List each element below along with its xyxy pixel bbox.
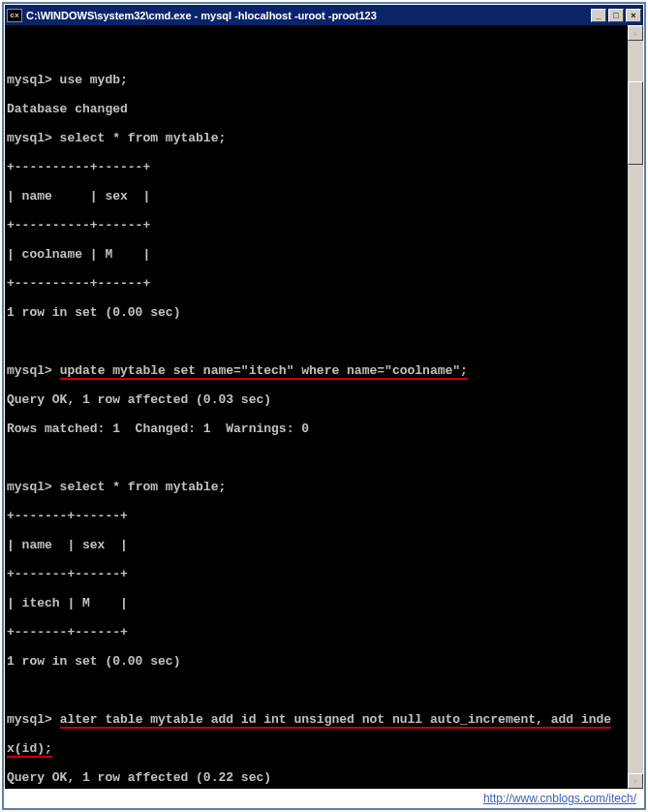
output-line: Rows matched: 1 Changed: 1 Warnings: 0 — [7, 422, 624, 436]
output-line — [7, 683, 624, 698]
vertical-scrollbar[interactable]: ▲ ▼ — [628, 25, 643, 789]
watermark-link[interactable]: http://www.cnblogs.com/itech/ — [483, 792, 636, 805]
scroll-up-button[interactable]: ▲ — [628, 25, 643, 41]
table-border: +-------+------+ — [7, 567, 624, 581]
terminal-area[interactable]: ▲ ▼ mysql> use mydb; Database changed my… — [5, 25, 643, 789]
close-button[interactable]: × — [626, 9, 641, 22]
output-line: Query OK, 1 row affected (0.03 sec) — [7, 392, 624, 407]
output-line: Query OK, 1 row affected (0.22 sec) — [7, 770, 624, 785]
output-line — [7, 44, 624, 58]
highlighted-command: update mytable set name="itech" where na… — [60, 363, 468, 380]
scroll-down-button[interactable]: ▼ — [628, 773, 643, 789]
highlighted-command: x(id); — [7, 741, 52, 758]
output-line: mysql> alter table mytable add id int un… — [7, 712, 624, 727]
table-row: | coolname | M | — [7, 247, 624, 262]
output-line: mysql> select * from mytable; — [7, 480, 624, 494]
minimize-button[interactable]: _ — [591, 9, 606, 22]
output-line — [7, 451, 624, 465]
output-line: x(id); — [7, 741, 624, 756]
table-border: +-------+------+ — [7, 509, 624, 523]
cmd-window: cx C:\WINDOWS\system32\cmd.exe - mysql -… — [5, 5, 643, 789]
scroll-thumb[interactable] — [628, 81, 643, 165]
output-line: 1 row in set (0.00 sec) — [7, 654, 624, 669]
table-row: | itech | M | — [7, 596, 624, 610]
maximize-button[interactable]: □ — [608, 9, 624, 22]
table-border: +----------+------+ — [7, 160, 624, 174]
table-header: | name | sex | — [7, 189, 624, 203]
table-border: +----------+------+ — [7, 276, 624, 291]
app-icon: cx — [7, 9, 22, 22]
window-title: C:\WINDOWS\system32\cmd.exe - mysql -hlo… — [26, 10, 591, 21]
window-controls: _ □ × — [591, 9, 641, 22]
output-line: mysql> select * from mytable; — [7, 131, 624, 145]
output-line: mysql> update mytable set name="itech" w… — [7, 363, 624, 378]
highlighted-command: alter table mytable add id int unsigned … — [60, 712, 612, 729]
outer-frame: cx C:\WINDOWS\system32\cmd.exe - mysql -… — [2, 2, 646, 810]
output-line: mysql> use mydb; — [7, 73, 624, 87]
output-line — [7, 334, 624, 349]
table-header: | name | sex | — [7, 538, 624, 552]
terminal-content: mysql> use mydb; Database changed mysql>… — [7, 29, 641, 789]
titlebar[interactable]: cx C:\WINDOWS\system32\cmd.exe - mysql -… — [5, 5, 643, 25]
table-border: +----------+------+ — [7, 218, 624, 233]
output-line: 1 row in set (0.00 sec) — [7, 305, 624, 320]
output-line: Database changed — [7, 102, 624, 116]
table-border: +-------+------+ — [7, 625, 624, 640]
